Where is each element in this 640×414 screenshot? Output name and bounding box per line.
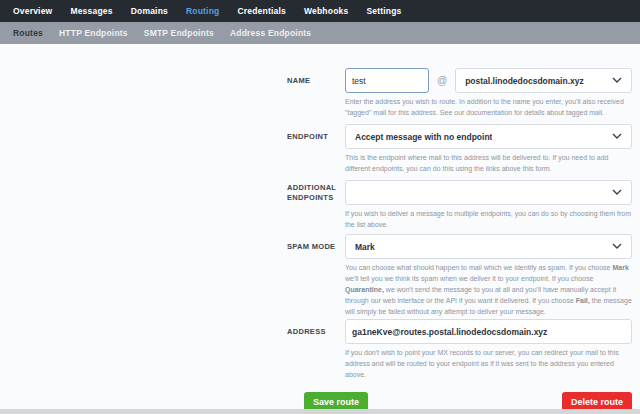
spam-mode-select[interactable]: Mark — [345, 234, 632, 259]
additional-endpoints-row: ADDITIONAL ENDPOINTS If you wish to deli… — [287, 180, 632, 230]
chevron-down-icon — [612, 189, 622, 196]
nav-item-settings[interactable]: Settings — [357, 6, 410, 16]
nav-item-messages[interactable]: Messages — [61, 6, 121, 16]
additional-endpoints-help-text: If you wish to deliver a message to mult… — [345, 208, 632, 230]
address-label: ADDRESS — [287, 319, 339, 344]
endpoint-row: ENDPOINT Accept message with no endpoint… — [287, 124, 632, 174]
name-help-text: Enter the address you wish to route. In … — [345, 96, 632, 118]
window-bottom-edge — [0, 409, 640, 414]
spam-mode-row: SPAM MODE Mark You can choose what shoul… — [287, 234, 632, 317]
endpoint-label: ENDPOINT — [287, 124, 339, 149]
route-name-input[interactable] — [345, 68, 429, 93]
domain-select[interactable]: postal.linodedocsdomain.xyz — [455, 68, 632, 93]
endpoint-select[interactable]: Accept message with no endpoint — [345, 124, 632, 149]
at-symbol: @ — [437, 75, 447, 86]
chevron-down-icon — [612, 77, 622, 84]
address-row: ADDRESS If you don't wish to point your … — [287, 319, 632, 380]
endpoint-select-value: Accept message with no endpoint — [355, 132, 492, 142]
nav-item-domains[interactable]: Domains — [122, 6, 177, 16]
top-navigation: Overview Messages Domains Routing Creden… — [0, 0, 640, 22]
nav-item-routing[interactable]: Routing — [177, 6, 229, 16]
route-edit-form: NAME @ postal.linodedocsdomain.xyz Enter… — [287, 68, 632, 412]
subnav-item-routes[interactable]: Routes — [5, 28, 51, 38]
nav-item-credentials[interactable]: Credentials — [228, 6, 295, 16]
additional-endpoints-label: ADDITIONAL ENDPOINTS — [287, 180, 339, 205]
spam-mode-help-text: You can choose what should happen to mai… — [345, 262, 632, 317]
endpoint-help-text: This is the endpoint where mail to this … — [345, 152, 632, 174]
chevron-down-icon — [612, 133, 622, 140]
spam-mode-label: SPAM MODE — [287, 234, 339, 259]
sub-navigation: Routes HTTP Endpoints SMTP Endpoints Add… — [0, 22, 640, 44]
name-label: NAME — [287, 68, 339, 93]
subnav-item-smtp-endpoints[interactable]: SMTP Endpoints — [136, 28, 222, 38]
nav-item-overview[interactable]: Overview — [4, 6, 61, 16]
chevron-down-icon — [612, 243, 622, 250]
spam-mode-select-value: Mark — [355, 242, 375, 252]
subnav-item-http-endpoints[interactable]: HTTP Endpoints — [51, 28, 136, 38]
domain-select-value: postal.linodedocsdomain.xyz — [465, 76, 584, 86]
address-input[interactable] — [345, 319, 632, 344]
nav-item-webhooks[interactable]: Webhooks — [295, 6, 357, 16]
additional-endpoints-select[interactable] — [345, 180, 632, 205]
subnav-item-address-endpoints[interactable]: Address Endpoints — [222, 28, 319, 38]
name-row: NAME @ postal.linodedocsdomain.xyz Enter… — [287, 68, 632, 118]
address-help-text: If you don't wish to point your MX recor… — [345, 347, 632, 380]
